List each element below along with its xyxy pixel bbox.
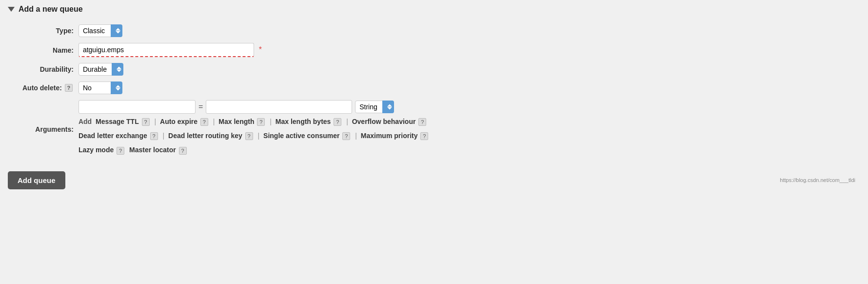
arguments-row: Arguments: = String xyxy=(22,97,429,162)
name-input[interactable] xyxy=(79,43,254,57)
arg-link-dead-letter-exchange[interactable]: Dead letter exchange xyxy=(79,132,147,140)
arg-link-max-length-bytes[interactable]: Max length bytes xyxy=(276,118,331,125)
durability-control: Durable xyxy=(79,60,429,79)
auto-delete-control: No xyxy=(79,79,429,97)
arguments-type-select[interactable]: String xyxy=(355,101,394,113)
arg-link-master-locator[interactable]: Master locator xyxy=(129,146,176,154)
sep6: | xyxy=(258,132,260,140)
type-row: Type: Classic xyxy=(22,21,429,40)
durability-label: Durability: xyxy=(22,60,79,79)
type-select[interactable]: Classic xyxy=(79,24,122,37)
sep5: | xyxy=(163,132,165,140)
arguments-inputs: = String xyxy=(79,100,429,114)
arg-link-overflow-behaviour[interactable]: Overflow behaviour xyxy=(352,118,416,125)
sep2: | xyxy=(213,118,215,125)
name-control: * xyxy=(79,40,429,60)
args-line-2: Dead letter exchange ? | Dead letter rou… xyxy=(79,130,429,142)
dead-letter-routing-key-help[interactable]: ? xyxy=(245,132,253,140)
arguments-value-input[interactable] xyxy=(206,100,352,114)
queue-form: Type: Classic Name: * xyxy=(22,21,429,162)
bottom-bar: Add queue https://blog.csdn.net/com___tl… xyxy=(8,171,860,189)
args-line-1: Add Message TTL ? | Auto expire ? | Max … xyxy=(79,116,429,128)
required-star: * xyxy=(259,45,262,54)
auto-delete-select[interactable]: No xyxy=(79,81,122,94)
durability-row: Durability: Durable xyxy=(22,60,429,79)
master-locator-help[interactable]: ? xyxy=(179,147,187,155)
maximum-priority-help[interactable]: ? xyxy=(420,132,428,140)
arg-link-auto-expire[interactable]: Auto expire xyxy=(160,118,197,125)
args-line-3: Lazy mode ? Master locator ? xyxy=(79,144,429,156)
arg-link-single-active-consumer[interactable]: Single active consumer xyxy=(263,132,339,140)
arguments-label: Arguments: xyxy=(22,97,79,162)
single-active-consumer-help[interactable]: ? xyxy=(342,132,350,140)
arguments-control: = String xyxy=(79,97,429,162)
arg-link-maximum-priority[interactable]: Maximum priority xyxy=(361,132,418,140)
dead-letter-exchange-help[interactable]: ? xyxy=(150,132,158,140)
arg-link-max-length[interactable]: Max length xyxy=(218,118,254,125)
url-hint: https://blog.csdn.net/com___tldi xyxy=(780,177,860,183)
arg-link-lazy-mode[interactable]: Lazy mode xyxy=(79,146,114,154)
auto-delete-label-wrapper: Auto delete: ? xyxy=(22,84,74,92)
auto-delete-row: Auto delete: ? No xyxy=(22,79,429,97)
durability-select-wrapper: Durable xyxy=(79,63,123,76)
sep3: | xyxy=(270,118,272,125)
type-label: Type: xyxy=(22,21,79,40)
add-queue-section: Add a new queue Type: Classic Name: xyxy=(0,0,868,199)
eq-sign: = xyxy=(198,102,203,111)
add-label: Add xyxy=(79,118,92,125)
name-label: Name: xyxy=(22,40,79,60)
max-length-help[interactable]: ? xyxy=(257,118,265,126)
arg-link-message-ttl[interactable]: Message TTL xyxy=(96,118,139,125)
durability-select[interactable]: Durable xyxy=(79,63,123,76)
sep4: | xyxy=(346,118,348,125)
overflow-behaviour-help[interactable]: ? xyxy=(418,118,426,126)
arguments-key-input[interactable] xyxy=(79,100,196,114)
add-arguments: Add Message TTL ? | Auto expire ? | Max … xyxy=(79,116,429,157)
collapse-icon[interactable] xyxy=(8,7,15,12)
section-title: Add a new queue xyxy=(19,5,83,14)
section-header: Add a new queue xyxy=(8,5,860,14)
sep7: | xyxy=(355,132,357,140)
sep1: | xyxy=(154,118,156,125)
arg-link-dead-letter-routing-key[interactable]: Dead letter routing key xyxy=(168,132,242,140)
max-length-bytes-help[interactable]: ? xyxy=(334,118,341,126)
lazy-mode-help[interactable]: ? xyxy=(117,147,124,155)
arguments-type-select-wrapper: String xyxy=(355,101,394,113)
type-control: Classic xyxy=(79,21,429,40)
auto-delete-select-wrapper: No xyxy=(79,81,122,94)
message-ttl-help[interactable]: ? xyxy=(142,118,150,126)
add-queue-button[interactable]: Add queue xyxy=(8,171,65,189)
auto-delete-label: Auto delete: ? xyxy=(22,79,79,97)
name-row: Name: * xyxy=(22,40,429,60)
auto-expire-help[interactable]: ? xyxy=(200,118,208,126)
auto-delete-help-icon[interactable]: ? xyxy=(65,84,73,92)
type-select-wrapper: Classic xyxy=(79,24,122,37)
